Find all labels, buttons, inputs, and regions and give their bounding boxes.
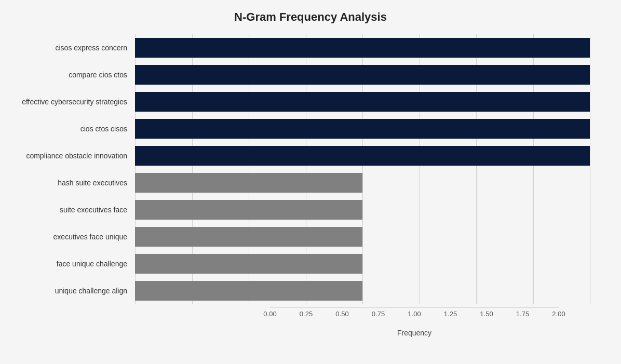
bar-fill — [135, 173, 362, 193]
x-tick: 1.75 — [516, 310, 529, 318]
bars-wrapper: cisos express concerncompare cios ctosef… — [135, 34, 590, 304]
bar-row: suite executives face — [135, 196, 590, 223]
bar-track — [135, 200, 590, 220]
bar-fill — [135, 65, 590, 85]
bar-label: cios ctos cisos — [0, 125, 132, 133]
bar-track — [135, 92, 590, 112]
bar-row: unique challenge align — [135, 277, 590, 304]
bar-row: compliance obstacle innovation — [135, 142, 590, 169]
bar-track — [135, 281, 590, 301]
bar-row: cisos express concern — [135, 34, 590, 61]
x-tick: 1.50 — [480, 310, 493, 318]
bar-row: effective cybersecurity strategies — [135, 88, 590, 115]
x-axis-label: Frequency — [270, 329, 559, 337]
bar-label: suite executives face — [0, 206, 132, 214]
x-tick: 1.25 — [444, 310, 457, 318]
x-tick: 0.00 — [263, 310, 276, 318]
bar-label: compliance obstacle innovation — [0, 152, 132, 160]
x-axis: 0.000.250.500.751.001.251.501.752.00 — [270, 307, 559, 328]
bar-fill — [135, 200, 362, 220]
chart-title: N-Gram Frequency Analysis — [0, 10, 621, 24]
bar-fill — [135, 119, 590, 139]
bar-label: executives face unique — [0, 233, 132, 241]
bar-fill — [135, 227, 362, 247]
bar-row: compare cios ctos — [135, 61, 590, 88]
bar-fill — [135, 281, 362, 301]
bar-track — [135, 65, 590, 85]
x-tick: 0.75 — [372, 310, 385, 318]
chart-area: cisos express concerncompare cios ctosef… — [0, 34, 621, 337]
bar-label: hash suite executives — [0, 179, 132, 187]
bar-track — [135, 119, 590, 139]
bar-track — [135, 227, 590, 247]
bar-fill — [135, 146, 590, 166]
chart-container: N-Gram Frequency Analysis cisos express … — [0, 0, 621, 364]
bar-row: face unique challenge — [135, 250, 590, 277]
bar-label: compare cios ctos — [0, 71, 132, 79]
bar-track — [135, 254, 590, 274]
x-tick: 1.00 — [408, 310, 421, 318]
bar-label: effective cybersecurity strategies — [0, 98, 132, 106]
bar-fill — [135, 38, 590, 58]
bar-track — [135, 146, 590, 166]
x-tick: 0.25 — [300, 310, 313, 318]
bar-fill — [135, 254, 362, 274]
bar-row: executives face unique — [135, 223, 590, 250]
bar-label: cisos express concern — [0, 44, 132, 52]
x-tick: 2.00 — [552, 310, 565, 318]
bar-fill — [135, 92, 590, 112]
bar-row: hash suite executives — [135, 169, 590, 196]
bar-row: cios ctos cisos — [135, 115, 590, 142]
bar-label: unique challenge align — [0, 287, 132, 295]
bar-label: face unique challenge — [0, 260, 132, 268]
x-tick: 0.50 — [335, 310, 348, 318]
bar-track — [135, 173, 590, 193]
bar-track — [135, 38, 590, 58]
